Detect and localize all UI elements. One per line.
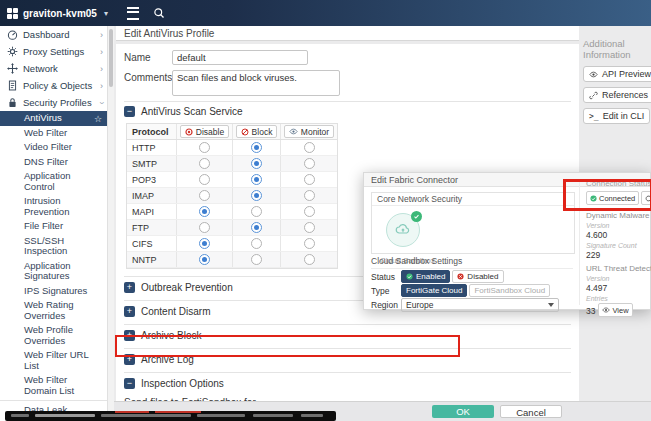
sidebar-item-label: Policy & Objects — [23, 80, 95, 91]
expand-icon[interactable]: + — [124, 282, 135, 293]
sidebar-item-label: AntiVirus — [24, 112, 62, 123]
sidebar-item-dns-filter[interactable]: DNS Filter — [0, 155, 107, 170]
sidebar-item-proxy-settings[interactable]: Proxy Settings› — [0, 43, 107, 60]
section-title: Inspection Options — [141, 378, 224, 389]
type-fortisandbox-cloud-button[interactable]: FortiSandbox Cloud — [469, 284, 550, 297]
radio-pop3-disable[interactable] — [199, 174, 210, 185]
sidebar-item-web-rating-overrides[interactable]: Web Rating Overrides — [0, 298, 107, 323]
radio-cifs-monitor[interactable] — [304, 238, 315, 249]
connected-button[interactable]: Connected — [586, 191, 639, 205]
brand-hostname[interactable]: graviton-kvm05 ▾ — [0, 0, 113, 26]
section-archive-block[interactable]: + Archive Block — [124, 324, 571, 345]
sidebar-item-dashboard[interactable]: Dashboard› — [0, 26, 107, 43]
radio-nntp-block[interactable] — [251, 254, 262, 265]
collapse-icon[interactable]: − — [124, 378, 135, 389]
radio-imap-monitor[interactable] — [304, 190, 315, 201]
type-fortigate-cloud-button[interactable]: FortiGate Cloud — [401, 284, 467, 297]
protocol-label: CIFS — [127, 236, 177, 251]
section-inspection-options[interactable]: − Inspection Options — [124, 372, 571, 393]
ok-button[interactable]: OK — [432, 405, 494, 418]
radio-pop3-block[interactable] — [251, 174, 262, 185]
sidebar-item-label: Intrusion Prevention — [24, 195, 69, 217]
refresh-button[interactable]: Refresh — [641, 191, 651, 205]
connection-status-heading: Connection Status — [586, 179, 651, 188]
disable-header-button[interactable]: Disable — [180, 125, 229, 138]
sidebar-item-web-filter-domain-list[interactable]: Web Filter Domain List — [0, 373, 107, 398]
sidebar-scrollbar[interactable] — [107, 26, 114, 421]
sidebar-item-file-filter[interactable]: File Filter — [0, 219, 107, 234]
additional-information-panel: Additional Information API Preview Refer… — [583, 38, 651, 129]
radio-imap-disable[interactable] — [199, 190, 210, 201]
radio-http-monitor[interactable] — [304, 142, 315, 153]
radio-nntp-disable[interactable] — [199, 254, 210, 265]
version-label: Version — [586, 222, 651, 229]
cloud-sandbox-tile[interactable] — [386, 213, 420, 247]
radio-http-block[interactable] — [251, 142, 262, 153]
radio-ftp-disable[interactable] — [199, 222, 210, 233]
references-button[interactable]: References — [583, 87, 651, 103]
document-icon — [7, 80, 18, 91]
check-circle-icon — [406, 273, 413, 280]
radio-ftp-block[interactable] — [251, 222, 262, 233]
radio-ftp-monitor[interactable] — [304, 222, 315, 233]
sidebar-item-video-filter[interactable]: Video Filter — [0, 140, 107, 155]
protocol-label: SMTP — [127, 156, 177, 171]
entries-value: 33 — [586, 306, 595, 316]
sidebar-item-network[interactable]: Network› — [0, 60, 107, 77]
comments-input[interactable]: Scan files and block viruses. — [172, 70, 340, 96]
utd-version-value: 4.497 — [586, 283, 651, 293]
cancel-button[interactable]: Cancel — [500, 405, 562, 418]
api-preview-button[interactable]: API Preview — [583, 66, 651, 82]
edit-fabric-connector-dialog: Edit Fabric Connector Core Network Secur… — [363, 172, 651, 310]
status-enabled-button[interactable]: Enabled — [401, 270, 450, 283]
additional-information-title: Additional Information — [583, 38, 651, 60]
scrollbar-thumb[interactable] — [109, 29, 113, 87]
sidebar-item-web-filter-url-list[interactable]: Web Filter URL List — [0, 348, 107, 373]
radio-cifs-block[interactable] — [251, 238, 262, 249]
radio-smtp-block[interactable] — [251, 158, 262, 169]
radio-cifs-disable[interactable] — [199, 238, 210, 249]
monitor-header-button[interactable]: Monitor — [284, 125, 334, 138]
disable-icon — [185, 128, 193, 136]
radio-mapi-block[interactable] — [251, 206, 262, 217]
view-button[interactable]: View — [598, 303, 632, 317]
sidebar-item-policy-objects[interactable]: Policy & Objects› — [0, 77, 107, 94]
radio-mapi-disable[interactable] — [199, 206, 210, 217]
status-disabled-button[interactable]: Disabled — [452, 270, 503, 283]
expand-icon[interactable]: + — [124, 330, 135, 341]
radio-pop3-monitor[interactable] — [304, 174, 315, 185]
search-icon[interactable] — [153, 7, 165, 19]
radio-smtp-disable[interactable] — [199, 158, 210, 169]
signature-count-value: 229 — [586, 250, 651, 260]
sidebar-item-label: Video Filter — [24, 141, 72, 152]
sidebar-item-application-control[interactable]: Application Control — [0, 169, 107, 194]
region-select[interactable]: Europe — [401, 298, 559, 312]
expand-icon[interactable]: + — [124, 306, 135, 317]
expand-icon[interactable]: + — [124, 354, 135, 365]
sidebar-item-ssl-ssh-inspection[interactable]: SSL/SSH Inspection — [0, 234, 107, 259]
radio-nntp-monitor[interactable] — [304, 254, 315, 265]
radio-imap-block[interactable] — [251, 190, 262, 201]
block-header-button[interactable]: Block — [236, 125, 278, 138]
sidebar-item-ips-signatures[interactable]: IPS Signatures — [0, 284, 107, 299]
section-title: Archive Block — [141, 330, 202, 341]
name-input[interactable] — [172, 50, 308, 65]
collapse-icon[interactable]: − — [124, 106, 135, 117]
menu-toggle-icon[interactable] — [127, 7, 139, 20]
favorite-star-icon[interactable]: ☆ — [94, 114, 102, 125]
radio-http-disable[interactable] — [199, 142, 210, 153]
sidebar-item-intrusion-prevention[interactable]: Intrusion Prevention — [0, 194, 107, 219]
chevron-right-icon: › — [100, 81, 103, 91]
sidebar-item-antivirus[interactable]: AntiVirus☆ — [0, 111, 107, 126]
radio-smtp-monitor[interactable] — [304, 158, 315, 169]
radio-mapi-monitor[interactable] — [304, 206, 315, 217]
sidebar-item-label: Web Filter — [24, 127, 67, 138]
sidebar-item-web-profile-overrides[interactable]: Web Profile Overrides — [0, 323, 107, 348]
check-badge-icon — [411, 211, 422, 222]
sidebar-item-security-profiles[interactable]: Security Profiles› — [0, 94, 107, 111]
section-archive-log[interactable]: + Archive Log — [124, 348, 571, 369]
sidebar-item-application-signatures[interactable]: Application Signatures — [0, 259, 107, 284]
edit-in-cli-button[interactable]: >_ Edit in CLI — [583, 108, 650, 124]
sidebar-item-web-filter[interactable]: Web Filter — [0, 126, 107, 141]
protocol-label: IMAP — [127, 188, 177, 203]
